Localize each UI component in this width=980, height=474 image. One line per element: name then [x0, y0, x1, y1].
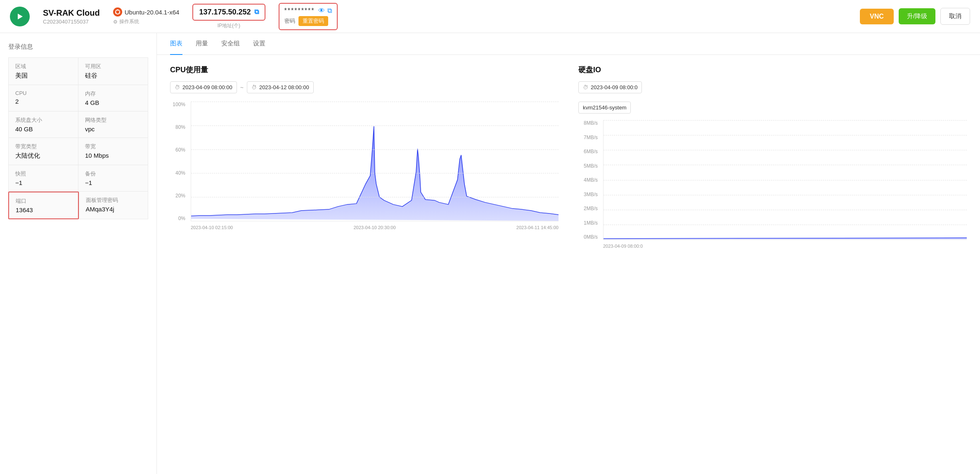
- info-label-1-0: CPU: [15, 90, 71, 96]
- info-label-0-1: 可用区: [85, 63, 141, 70]
- cpu-y-80: 80%: [170, 124, 189, 130]
- right-panel: 图表用量安全组设置 CPU使用量 ⏱ 2023-04-09 08:00:00 ~…: [157, 33, 980, 474]
- disk-chart-area: [603, 120, 967, 240]
- cpu-chart-area: [191, 102, 559, 221]
- cpu-x-2: 2023-04-10 20:30:00: [353, 225, 395, 230]
- grid-line-40: [191, 173, 559, 173]
- eye-icon[interactable]: 👁: [318, 7, 325, 14]
- info-row-0: 区域美国可用区硅谷: [8, 57, 148, 85]
- cpu-x-labels: 2023-04-10 02:15:00 2023-04-10 20:30:00 …: [191, 221, 559, 234]
- cpu-date-range: ⏱ 2023-04-09 08:00:00 ~ ⏱ 2023-04-12 08:…: [170, 81, 559, 93]
- info-cell-3-0: 带宽类型大陆优化: [8, 138, 78, 165]
- disk-y-6: 6MB/s: [578, 149, 601, 154]
- reset-password-button[interactable]: 重置密码: [298, 16, 328, 26]
- grid-line-20: [191, 197, 559, 197]
- disk-grid-6: [604, 150, 967, 150]
- cpu-y-60: 60%: [170, 147, 189, 153]
- info-row-2: 系统盘大小40 GB网络类型vpc: [8, 111, 148, 138]
- svg-marker-0: [18, 14, 23, 19]
- upgrade-button[interactable]: 升/降级: [899, 8, 935, 24]
- info-row-4: 快照−1备份−1: [8, 165, 148, 192]
- disk-x-labels: 2023-04-09 08:00:0: [603, 240, 967, 252]
- date-separator: ~: [240, 84, 244, 91]
- disk-grid-5: [604, 165, 967, 165]
- info-value-1-1: 4 GB: [85, 99, 141, 106]
- cpu-y-20: 20%: [170, 193, 189, 199]
- svg-point-4: [115, 12, 116, 14]
- info-cell-0-0: 区域美国: [8, 57, 78, 85]
- disk-date-range: ⏱ 2023-04-09 08:00:0: [578, 81, 967, 93]
- disk-chart-title: 硬盘IO: [578, 65, 967, 75]
- disk-y-3: 3MB/s: [578, 192, 601, 197]
- main-content: 登录信息 区域美国可用区硅谷CPU2内存4 GB系统盘大小40 GB网络类型vp…: [0, 33, 980, 474]
- disk-y-1: 1MB/s: [578, 220, 601, 226]
- play-button[interactable]: [10, 7, 30, 26]
- info-value-0-0: 美国: [15, 72, 71, 80]
- tab-设置[interactable]: 设置: [253, 33, 265, 55]
- info-value-0-1: 硅谷: [85, 72, 141, 80]
- password-icons: 👁 ⧉: [318, 7, 332, 14]
- disk-y-labels: 0MB/s 1MB/s 2MB/s 3MB/s 4MB/s 5MB/s 6MB/…: [578, 120, 601, 240]
- password-stars: *********: [284, 7, 315, 14]
- cpu-y-0: 0%: [170, 216, 189, 221]
- info-label-5-1: 面板管理密码: [86, 197, 142, 204]
- info-value-4-0: −1: [15, 179, 71, 186]
- info-row-1: CPU2内存4 GB: [8, 85, 148, 111]
- ubuntu-icon: [113, 7, 122, 17]
- info-label-0-0: 区域: [15, 63, 71, 70]
- os-name-row: Ubuntu-20.04.1-x64: [113, 7, 180, 17]
- info-cell-2-0: 系统盘大小40 GB: [8, 111, 78, 138]
- info-value-5-0: 13643: [16, 206, 71, 213]
- info-value-5-1: AMqa3Y4j: [86, 206, 142, 213]
- disk-clock-icon: ⏱: [583, 84, 588, 90]
- info-cell-2-1: 网络类型vpc: [78, 111, 148, 138]
- disk-date-from-value: 2023-04-09 08:00:0: [591, 84, 637, 90]
- vnc-button[interactable]: VNC: [860, 9, 894, 24]
- info-label-2-1: 网络类型: [85, 116, 141, 124]
- cpu-date-from[interactable]: ⏱ 2023-04-09 08:00:00: [170, 81, 237, 93]
- cpu-y-100: 100%: [170, 102, 189, 107]
- info-cell-4-1: 备份−1: [78, 165, 148, 192]
- cpu-chart-svg: [191, 102, 559, 221]
- disk-y-5: 5MB/s: [578, 163, 601, 169]
- charts-area: CPU使用量 ⏱ 2023-04-09 08:00:00 ~ ⏱ 2023-04…: [157, 55, 980, 474]
- info-label-4-0: 快照: [15, 170, 71, 178]
- disk-grid-8: [604, 120, 967, 121]
- disk-filter[interactable]: kvm21546-system: [578, 102, 631, 114]
- cpu-y-40: 40%: [170, 170, 189, 176]
- clock-icon-from: ⏱: [175, 84, 180, 90]
- copy-ip-icon[interactable]: ⧉: [254, 8, 259, 16]
- disk-grid-1: [604, 225, 967, 225]
- disk-grid-2: [604, 210, 967, 210]
- disk-date-from[interactable]: ⏱ 2023-04-09 08:00:0: [578, 81, 642, 93]
- info-label-4-1: 备份: [85, 170, 141, 178]
- cancel-button[interactable]: 取消: [940, 8, 970, 25]
- info-cell-4-0: 快照−1: [8, 165, 78, 192]
- cpu-x-3: 2023-04-11 14:45:00: [516, 225, 559, 230]
- info-value-2-0: 40 GB: [15, 126, 71, 133]
- os-label-row: ⚙ 操作系统: [113, 18, 139, 25]
- left-panel: 登录信息 区域美国可用区硅谷CPU2内存4 GB系统盘大小40 GB网络类型vp…: [0, 33, 157, 474]
- tab-安全组[interactable]: 安全组: [221, 33, 240, 55]
- server-title-section: SV-RAK Cloud C20230407155037: [43, 8, 100, 25]
- header: SV-RAK Cloud C20230407155037 Ubuntu-20.0…: [0, 0, 980, 33]
- info-row-5: 端口13643面板管理密码AMqa3Y4j: [8, 192, 148, 219]
- tab-图表[interactable]: 图表: [170, 33, 182, 55]
- disk-grid-4: [604, 180, 967, 180]
- info-value-1-0: 2: [15, 98, 71, 105]
- disk-y-2: 2MB/s: [578, 206, 601, 211]
- copy-password-icon[interactable]: ⧉: [327, 7, 332, 14]
- password-section: ********* 👁 ⧉ 密码 重置密码: [279, 3, 338, 30]
- info-label-3-1: 带宽: [85, 143, 141, 150]
- cpu-date-to[interactable]: ⏱ 2023-04-12 08:00:00: [247, 81, 314, 93]
- ip-address: 137.175.50.252: [199, 8, 251, 17]
- password-label-text: 密码: [284, 17, 295, 25]
- grid-line-100: [191, 102, 559, 102]
- tab-用量[interactable]: 用量: [196, 33, 208, 55]
- cpu-chart-title: CPU使用量: [170, 65, 559, 75]
- cpu-chart-container: 0% 20% 40% 60% 80% 100%: [170, 102, 559, 234]
- os-name-text: Ubuntu-20.04.1-x64: [125, 9, 180, 16]
- disk-chart-container: 0MB/s 1MB/s 2MB/s 3MB/s 4MB/s 5MB/s 6MB/…: [578, 120, 967, 252]
- grid-line-80: [191, 126, 559, 126]
- info-label-3-0: 带宽类型: [15, 143, 71, 150]
